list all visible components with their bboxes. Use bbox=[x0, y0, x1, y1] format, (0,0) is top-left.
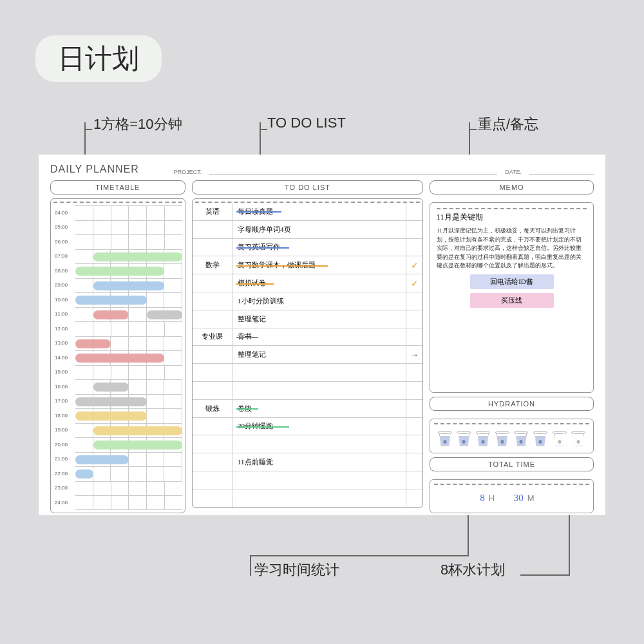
todo-row: 专业课背书 bbox=[193, 328, 422, 346]
todo-check: ✓ bbox=[406, 274, 422, 292]
todo-task: 每日读真题 bbox=[232, 203, 406, 220]
todo-check bbox=[406, 382, 422, 399]
time-label: 05:00 bbox=[53, 220, 75, 235]
time-row: 16:00 bbox=[53, 379, 182, 394]
time-label: 17:00 bbox=[53, 394, 75, 409]
time-row: 23:00 bbox=[53, 481, 182, 496]
todo-check bbox=[406, 400, 422, 417]
todo-category bbox=[193, 346, 232, 363]
todo-category bbox=[193, 382, 232, 399]
time-row: 19:00 bbox=[53, 423, 182, 438]
todo-check bbox=[406, 310, 422, 328]
time-label: 11:00 bbox=[53, 307, 75, 322]
time-row: 04:00 bbox=[53, 205, 182, 220]
todo-row bbox=[193, 364, 422, 382]
time-row: 09:00 bbox=[53, 278, 182, 293]
time-label: 22:00 bbox=[53, 466, 75, 481]
timetable-column: TIMETABLE 04:0005:0006:0007:0008:0009:00… bbox=[50, 180, 185, 513]
time-label: 16:00 bbox=[53, 379, 75, 394]
time-label: 21:00 bbox=[53, 452, 75, 467]
time-label: 06:00 bbox=[53, 234, 75, 249]
time-row: 17:00 bbox=[53, 394, 182, 409]
planner-header: DAILY PLANNER PROJECT. DATE. bbox=[50, 164, 594, 175]
page-title-badge: 日计划 bbox=[35, 35, 162, 82]
time-label: 09:00 bbox=[53, 278, 75, 293]
time-label: 14:00 bbox=[53, 350, 75, 365]
time-block bbox=[93, 426, 182, 435]
water-cup-icon bbox=[438, 430, 452, 446]
annotation-memo: 重点/备忘 bbox=[478, 115, 538, 134]
total-header: TOTAL TIME bbox=[430, 457, 594, 471]
annotation-todo: TO DO LIST bbox=[267, 115, 346, 131]
todo-row bbox=[193, 471, 422, 489]
time-row: 24:00 bbox=[53, 495, 182, 510]
todo-category bbox=[193, 489, 232, 507]
todo-category: 英语 bbox=[193, 203, 232, 220]
time-block bbox=[75, 469, 93, 478]
time-block bbox=[75, 339, 111, 348]
todo-row bbox=[193, 435, 422, 453]
todo-task: 整理笔记 bbox=[232, 346, 406, 363]
time-label: 08:00 bbox=[53, 263, 75, 278]
todo-category bbox=[193, 221, 232, 238]
todo-category bbox=[193, 418, 232, 435]
todo-check bbox=[406, 221, 422, 238]
water-cup-icon bbox=[553, 430, 567, 446]
todo-task: 1小时分阶训练 bbox=[232, 292, 406, 310]
time-block bbox=[93, 310, 129, 319]
todo-check bbox=[406, 364, 422, 381]
time-block bbox=[93, 383, 129, 392]
time-row: 07:00 bbox=[53, 249, 182, 264]
memo-tag-2: 买压线 bbox=[470, 293, 554, 308]
time-row: 18:00 bbox=[53, 408, 182, 423]
time-block bbox=[93, 440, 182, 450]
todo-category bbox=[193, 310, 232, 328]
annotation-line bbox=[250, 555, 251, 576]
todo-task bbox=[232, 382, 406, 399]
todo-check bbox=[406, 453, 422, 471]
memo-header: MEMO bbox=[430, 180, 594, 194]
time-row: 15:00 bbox=[53, 365, 182, 380]
todo-header: TO DO LIST bbox=[192, 180, 423, 194]
water-cup-icon bbox=[514, 430, 528, 446]
annotation-grid: 1方格=10分钟 bbox=[93, 115, 182, 134]
time-label: 13:00 bbox=[53, 336, 75, 351]
hydration-box bbox=[430, 419, 594, 453]
todo-category bbox=[193, 274, 232, 292]
time-label: 15:00 bbox=[53, 365, 75, 380]
time-label: 24:00 bbox=[53, 495, 75, 510]
time-row: 05:00 bbox=[53, 220, 182, 235]
time-block bbox=[75, 267, 164, 276]
todo-task: 30分钟慢跑 bbox=[232, 418, 406, 435]
time-label: 12:00 bbox=[53, 321, 75, 336]
time-block bbox=[75, 354, 164, 363]
time-row: 08:00 bbox=[53, 263, 182, 278]
todo-row: 30分钟慢跑 bbox=[193, 418, 422, 436]
annotation-line bbox=[84, 129, 92, 130]
hydration-header: HYDRATION bbox=[430, 397, 594, 411]
water-cup-icon bbox=[571, 430, 585, 446]
todo-row bbox=[193, 489, 422, 507]
todo-category bbox=[193, 364, 232, 381]
todo-row: 1小时分阶训练 bbox=[193, 292, 422, 310]
todo-row bbox=[193, 382, 422, 400]
todo-task bbox=[232, 435, 406, 453]
todo-category: 数学 bbox=[193, 256, 232, 274]
todo-row: 整理笔记→ bbox=[193, 346, 422, 364]
todo-row: 模拟试卷✓ bbox=[193, 274, 422, 292]
right-column: MEMO 11月是关键期 11月以深度记忆为主，积极稳妥，每天可以列出复习计划，… bbox=[430, 180, 594, 513]
todo-check: ✓ bbox=[406, 256, 422, 274]
annotation-line bbox=[260, 129, 267, 130]
todo-row: 英语每日读真题 bbox=[193, 203, 422, 221]
memo-box: 11月是关键期 11月以深度记忆为主，积极稳妥，每天可以列出复习计划，按照计划有… bbox=[430, 202, 594, 393]
time-row: 20:00 bbox=[53, 437, 182, 452]
todo-category bbox=[193, 435, 232, 453]
todo-task: 复习英语写作 bbox=[232, 239, 406, 256]
time-block bbox=[75, 397, 147, 406]
todo-row: 整理笔记 bbox=[193, 310, 422, 328]
daily-planner-sheet: DAILY PLANNER PROJECT. DATE. TIMETABLE 0… bbox=[39, 155, 605, 515]
time-row: 13:00 bbox=[53, 336, 182, 351]
time-label: 07:00 bbox=[53, 249, 75, 264]
date-line bbox=[529, 167, 594, 175]
time-block bbox=[147, 310, 182, 319]
